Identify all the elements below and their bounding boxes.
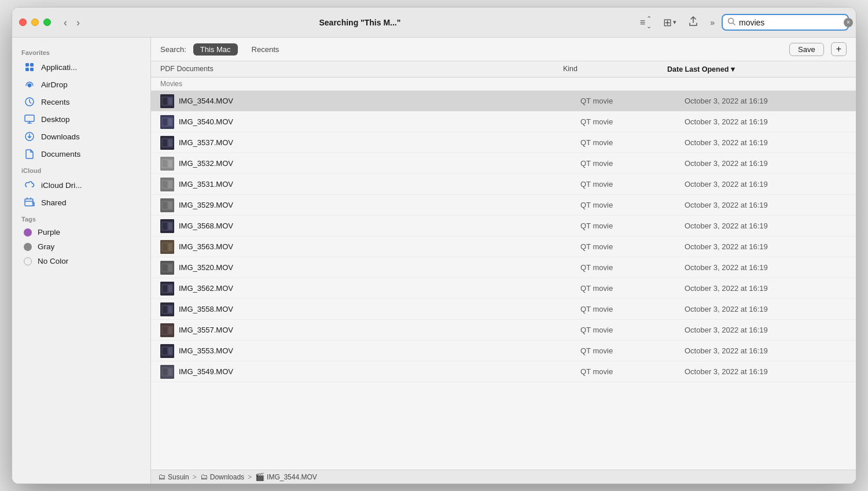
breadcrumb-sep-2: > — [248, 473, 252, 481]
sidebar-item-label: iCloud Dri... — [41, 181, 82, 190]
breadcrumb-user[interactable]: 🗂 Susuin — [158, 472, 189, 481]
file-name-cell: IMG_3529.MOV — [160, 198, 580, 212]
file-row[interactable]: IMG_3558.MOV QT movie October 3, 2022 at… — [151, 299, 856, 320]
file-row[interactable]: IMG_3544.MOV QT movie October 3, 2022 at… — [151, 91, 856, 112]
file-area: Search: This Mac Recents Save + PDF Docu… — [151, 38, 856, 483]
file-name: IMG_3568.MOV — [179, 221, 233, 230]
close-button[interactable] — [19, 19, 27, 26]
col-date-label: Date Last Opened — [667, 65, 729, 73]
sidebar-item-downloads[interactable]: Downloads — [14, 128, 148, 145]
svg-rect-18 — [168, 119, 172, 125]
col-date-header[interactable]: Date Last Opened ▾ — [667, 65, 829, 73]
file-row[interactable]: IMG_3529.MOV QT movie October 3, 2022 at… — [151, 195, 856, 216]
file-row[interactable]: IMG_3549.MOV QT movie October 3, 2022 at… — [151, 361, 856, 382]
sidebar-item-label: Downloads — [41, 132, 80, 141]
file-name: IMG_3563.MOV — [179, 242, 233, 251]
file-row[interactable]: IMG_3553.MOV QT movie October 3, 2022 at… — [151, 341, 856, 361]
nav-buttons: ‹ › — [60, 15, 83, 30]
sidebar-item-airdrop[interactable]: AirDrop — [14, 76, 148, 93]
forward-button[interactable]: › — [73, 15, 83, 30]
list-view-button[interactable]: ≡ ⌃⌄ — [637, 13, 655, 32]
file-icon: 🎬 — [255, 472, 264, 481]
applications-icon — [24, 61, 35, 73]
breadcrumb-user-label: Susuin — [168, 473, 189, 481]
file-kind: QT movie — [580, 117, 685, 126]
sidebar-item-no-color-tag[interactable]: No Color — [14, 254, 148, 268]
view-chevron-icon: ▾ — [673, 19, 676, 26]
sidebar-item-desktop[interactable]: Desktop — [14, 110, 148, 128]
overflow-button[interactable]: » — [707, 16, 717, 29]
svg-rect-41 — [163, 243, 167, 250]
airdrop-icon — [24, 79, 35, 90]
share-button[interactable] — [685, 14, 702, 31]
sidebar-item-applications[interactable]: Applicati... — [14, 58, 148, 76]
grid-view-button[interactable]: ⊞ ▾ — [660, 14, 680, 31]
file-row[interactable]: IMG_3557.MOV QT movie October 3, 2022 at… — [151, 320, 856, 341]
file-name-cell: IMG_3549.MOV — [160, 365, 580, 379]
svg-rect-25 — [163, 160, 167, 167]
tags-label: Tags — [12, 211, 150, 225]
file-name: IMG_3553.MOV — [179, 346, 233, 355]
share-icon — [688, 16, 698, 29]
sidebar-item-label: Desktop — [41, 115, 70, 124]
col-name-header[interactable]: PDF Documents — [160, 65, 563, 73]
file-row[interactable]: IMG_3562.MOV QT movie October 3, 2022 at… — [151, 278, 856, 299]
sidebar-item-label: AirDrop — [41, 80, 68, 89]
file-row[interactable]: IMG_3563.MOV QT movie October 3, 2022 at… — [151, 237, 856, 257]
column-headers: PDF Documents Kind Date Last Opened ▾ — [151, 61, 856, 77]
file-name-cell: IMG_3562.MOV — [160, 282, 580, 296]
search-input[interactable] — [739, 18, 840, 27]
sidebar-item-documents[interactable]: Documents — [14, 145, 148, 163]
file-date: October 3, 2022 at 16:19 — [685, 305, 847, 313]
svg-rect-58 — [168, 327, 172, 334]
back-button[interactable]: ‹ — [60, 15, 71, 30]
file-thumbnail — [160, 240, 174, 254]
file-name-cell: IMG_3540.MOV — [160, 115, 580, 129]
col-kind-header[interactable]: Kind — [563, 65, 667, 73]
file-name: IMG_3540.MOV — [179, 117, 233, 126]
file-row[interactable]: IMG_3531.MOV QT movie October 3, 2022 at… — [151, 174, 856, 195]
search-scope-recents[interactable]: Recents — [245, 43, 286, 56]
file-row[interactable]: IMG_3540.MOV QT movie October 3, 2022 at… — [151, 112, 856, 132]
gray-tag-dot — [24, 243, 32, 251]
file-row[interactable]: IMG_3520.MOV QT movie October 3, 2022 at… — [151, 257, 856, 278]
file-thumbnail — [160, 219, 174, 233]
sidebar-item-gray-tag[interactable]: Gray — [14, 239, 148, 254]
file-thumbnail — [160, 365, 174, 379]
sidebar-item-icloud-drive[interactable]: iCloud Dri... — [14, 176, 148, 194]
svg-rect-65 — [163, 368, 167, 375]
file-name-cell: IMG_3563.MOV — [160, 240, 580, 254]
svg-rect-54 — [168, 306, 172, 313]
svg-line-1 — [733, 23, 735, 25]
file-kind: QT movie — [580, 326, 685, 334]
file-thumbnail — [160, 136, 174, 150]
sidebar-item-label: Documents — [41, 150, 80, 158]
file-kind: QT movie — [580, 284, 685, 293]
file-row[interactable]: IMG_3568.MOV QT movie October 3, 2022 at… — [151, 216, 856, 237]
minimize-button[interactable] — [31, 19, 39, 26]
file-kind: QT movie — [580, 97, 685, 105]
search-clear-button[interactable]: × — [844, 18, 853, 27]
file-date: October 3, 2022 at 16:19 — [685, 284, 847, 293]
file-name: IMG_3520.MOV — [179, 263, 233, 272]
sidebar-item-shared[interactable]: Shared — [14, 194, 148, 211]
sidebar-item-label: Gray — [38, 242, 54, 251]
sidebar-item-recents[interactable]: Recents — [14, 93, 148, 110]
overflow-icon: » — [710, 18, 713, 27]
search-box: × — [722, 14, 849, 31]
add-filter-button[interactable]: + — [831, 42, 847, 56]
maximize-button[interactable] — [43, 19, 51, 26]
svg-rect-3 — [30, 63, 34, 67]
breadcrumb-downloads[interactable]: 🗂 Downloads — [200, 472, 244, 481]
svg-rect-4 — [25, 68, 29, 71]
file-date: October 3, 2022 at 16:19 — [685, 263, 847, 272]
save-search-button[interactable]: Save — [789, 43, 824, 56]
svg-rect-38 — [168, 223, 172, 230]
svg-rect-14 — [168, 98, 172, 105]
breadcrumb-file[interactable]: 🎬 IMG_3544.MOV — [255, 472, 317, 481]
file-row[interactable]: IMG_3532.MOV QT movie October 3, 2022 at… — [151, 153, 856, 174]
file-row[interactable]: IMG_3537.MOV QT movie October 3, 2022 at… — [151, 132, 856, 153]
search-scope-this-mac[interactable]: This Mac — [193, 43, 238, 56]
svg-rect-22 — [168, 139, 172, 146]
sidebar-item-purple-tag[interactable]: Purple — [14, 225, 148, 239]
